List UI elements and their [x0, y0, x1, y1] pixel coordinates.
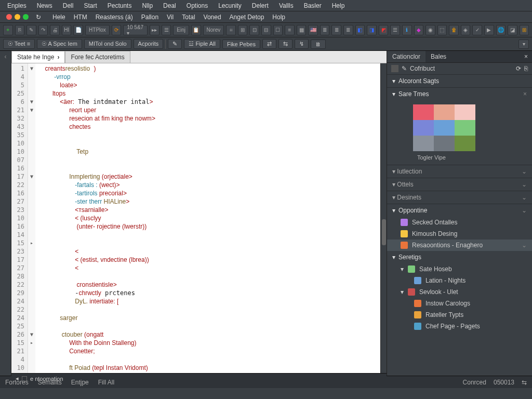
copy-icon[interactable]: ⎘ [524, 65, 528, 72]
refresh-icon[interactable]: ⟳ [516, 65, 521, 72]
toolbar-button[interactable]: ◩ [379, 25, 389, 35]
toolbar-button[interactable]: ≡ [285, 25, 295, 35]
tree-item[interactable]: Rateller Typts [407, 309, 532, 321]
toolbar-button[interactable]: ≣ [343, 25, 353, 35]
color-swatch[interactable] [413, 136, 434, 151]
menu-vallls[interactable]: Vallls [275, 1, 298, 10]
menu2-anget-detop[interactable]: Anget Detop [227, 12, 268, 22]
menu2-pallon[interactable]: Pallon [138, 12, 162, 22]
toolbar-button[interactable]: ☰ [162, 25, 171, 35]
panel-tab-main[interactable]: Cationclor [387, 51, 425, 62]
color-swatch[interactable] [413, 104, 434, 120]
color-swatch[interactable] [455, 136, 475, 151]
menu2-vil[interactable]: Vil [164, 12, 177, 22]
toolbar-button[interactable]: 📋 [191, 25, 201, 35]
menu-enples[interactable]: Enples [3, 1, 31, 10]
toolbar2-icon[interactable]: ☳ Fiple All [184, 39, 220, 49]
toolbar-button[interactable]: 🇺🇸 [308, 25, 318, 35]
status-item[interactable]: Fortores [5, 379, 29, 386]
window-control[interactable] [23, 14, 29, 20]
toolbar-button[interactable]: 📄 [73, 25, 83, 35]
menu-nllp[interactable]: Nllp [138, 1, 157, 10]
toolbar-button[interactable]: 🖨 [50, 25, 60, 35]
section-collapsed[interactable]: ▾ Desinets⌄ [387, 191, 532, 204]
menu-basler[interactable]: Basler [300, 1, 326, 10]
scrollbar-vertical[interactable] [380, 63, 387, 373]
color-swatch[interactable] [455, 120, 475, 136]
toolbar-button[interactable]: ⊡ [249, 25, 259, 35]
toolbar-button[interactable]: ▦ [297, 25, 307, 35]
pencil-icon[interactable]: ✎ [402, 65, 407, 72]
toolbar2-icon[interactable]: 🗎 [311, 39, 326, 49]
panel-item[interactable]: Kimoush Desing [387, 228, 532, 240]
section-collapsed[interactable]: ▾ Iutlection⌄ [387, 165, 532, 178]
menu-delert[interactable]: Delert [248, 1, 273, 10]
editor-tab[interactable]: Fore fec Actoretims [65, 51, 130, 63]
toolbar2-icon[interactable]: Fike Pebes [222, 39, 260, 49]
refresh-icon[interactable]: ↻ [33, 12, 44, 22]
code-editor[interactable]: creantsresolistio ) -vrrop loate> ltops … [35, 63, 380, 373]
panel-tab-secondary[interactable]: Bales [425, 51, 451, 62]
section-alcoront[interactable]: ▾ Alcoront Sagts [387, 75, 532, 87]
window-control[interactable] [6, 14, 12, 20]
toolbar-button[interactable]: ⊞ [520, 25, 529, 35]
toolbar-button[interactable]: ▶ [484, 25, 494, 35]
color-swatch[interactable] [434, 120, 455, 136]
section-oppontine[interactable]: ▾ Oppontine⌄ [387, 204, 532, 217]
dropdown-icon[interactable]: ▾ [518, 39, 529, 49]
toolbar-button[interactable]: ℹ [402, 25, 412, 35]
toolbar-button[interactable]: ≣ [320, 25, 330, 35]
panel-item[interactable]: Secked Ontalles [387, 217, 532, 228]
toolbar-button[interactable]: ◈ [461, 25, 471, 35]
toolbar2-button[interactable]: Acporits [134, 39, 164, 49]
toolbar-button[interactable]: ⊟ [261, 25, 271, 35]
toolbar2-button[interactable]: ☉ Teet ≡ [3, 39, 35, 49]
menu-news[interactable]: News [33, 1, 57, 10]
toolbar-button[interactable]: ≣ [331, 25, 341, 35]
menu2-voned[interactable]: Voned [201, 12, 224, 22]
status-item[interactable]: Semallts [38, 379, 62, 386]
fold-gutter[interactable]: ▼▼▼▼▸▼▸ [28, 63, 35, 373]
toolbar2-icon[interactable]: ✎ [168, 39, 182, 49]
color-swatch[interactable] [434, 136, 455, 151]
toolbar-button[interactable]: HTPlox [85, 25, 110, 35]
toolbar-button[interactable]: Einj [173, 25, 189, 35]
tree-item[interactable]: Chef Page - Pagets [407, 321, 532, 332]
toolbar-button[interactable]: ◆ [414, 25, 424, 35]
toolbar-button[interactable]: ⟳ [112, 25, 122, 35]
toolbar-button[interactable]: ✓ [472, 25, 482, 35]
toolbar-button[interactable]: ✎ [26, 25, 36, 35]
toolbar-button[interactable]: 10 5&7 ▾ [123, 25, 148, 35]
close-icon[interactable]: × [520, 51, 532, 62]
menu2-htm[interactable]: HTM [71, 12, 90, 22]
menu2-holp[interactable]: Holp [269, 12, 288, 22]
tree-item[interactable]: Lation - Nights [407, 275, 532, 286]
menu2-hele[interactable]: Hele [49, 12, 69, 22]
toolbar-button[interactable]: ◨ [367, 25, 377, 35]
color-swatch[interactable] [434, 104, 455, 120]
menu-pectunts[interactable]: Pectunts [103, 1, 136, 10]
toolbar-button[interactable]: ☰ [390, 25, 400, 35]
toolbar-button[interactable]: + [3, 25, 13, 35]
menu-dell[interactable]: Dell [59, 1, 78, 10]
toolbar-button[interactable]: ▸▸ [150, 25, 159, 35]
menu-help[interactable]: Help [328, 1, 349, 10]
window-control[interactable] [15, 14, 20, 20]
tree-item[interactable]: Instow Carologs [407, 298, 532, 309]
toolbar-button[interactable]: ◪ [508, 25, 517, 35]
menu-deal[interactable]: Deal [159, 1, 180, 10]
toolbar-button[interactable]: HI [62, 25, 72, 35]
status-item[interactable]: Entjpe [71, 379, 89, 386]
toolbar-button[interactable]: ◧ [355, 25, 365, 35]
tree-item[interactable]: ▾ Sevlook - Ulet [387, 286, 532, 298]
toolbar-button[interactable]: ⬚ [437, 25, 447, 35]
toolbar2-button[interactable]: ☉ A Spec Iem [37, 39, 82, 49]
editor-tab[interactable]: State he Inge › [11, 51, 65, 63]
toolbar-button[interactable]: ↷ [38, 25, 48, 35]
toolbar-button[interactable]: ⌗ [226, 25, 236, 35]
toolbar2-icon[interactable]: ↯ [295, 39, 309, 49]
toolbar-button[interactable]: 🗑 [449, 25, 459, 35]
color-swatch[interactable] [455, 104, 475, 120]
menu-start[interactable]: Start [79, 1, 101, 10]
color-swatch[interactable] [413, 120, 434, 136]
